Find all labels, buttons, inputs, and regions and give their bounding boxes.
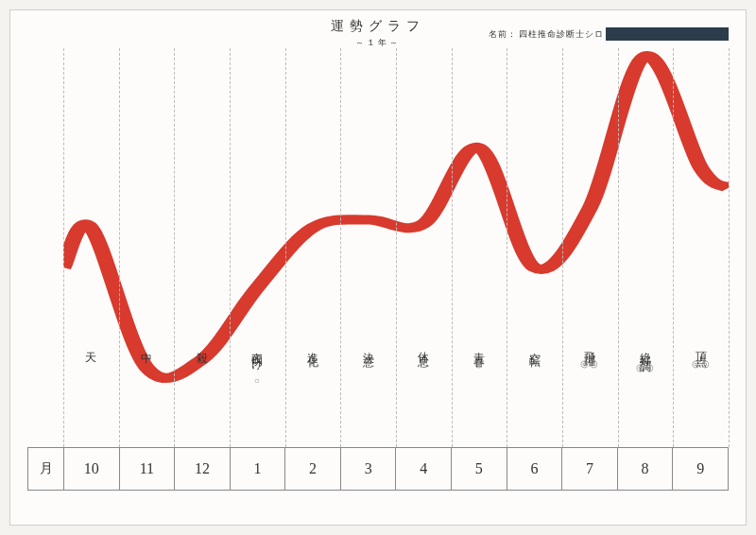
month-cell: 3 [341, 448, 397, 490]
redacted-bar [606, 27, 729, 41]
month-cell: 11 [120, 448, 176, 490]
fortune-labels-row: 天中殺夜明け○進化○決意○休息×青春◎空転××飛躍◎◎絶好調◎◎頂点◎◎ [63, 341, 729, 400]
fortune-kanji: 決意 [363, 343, 374, 351]
fortune-label-cell: 天 [63, 341, 119, 400]
fortune-mark: ○ [365, 358, 371, 369]
row-head-month: 月 [28, 448, 64, 490]
grid-line [729, 48, 730, 447]
month-table: 月 101112123456789 [27, 447, 729, 491]
fortune-kanji: 休息 [418, 343, 429, 351]
fortune-kanji: 夜明け [251, 343, 263, 368]
fortune-mark: × [421, 358, 427, 369]
chart-frame: 運勢グラフ ～１年～ 名前： 四柱推命診断士シロ 天中殺夜明け○進化○決意○休息… [9, 9, 747, 526]
month-cell: 5 [452, 448, 507, 490]
fortune-mark: ○ [310, 358, 317, 369]
fortune-kanji: 進化 [307, 343, 318, 351]
month-cell: 10 [64, 448, 120, 490]
month-cell: 9 [673, 448, 728, 490]
month-cells: 101112123456789 [64, 448, 728, 490]
month-cell: 4 [396, 448, 452, 490]
fortune-label-cell: 飛躍◎◎ [562, 341, 618, 400]
fortune-label-cell: 頂点◎◎ [673, 341, 729, 400]
fortune-mark: ◎◎ [692, 358, 711, 369]
month-cell: 2 [285, 448, 341, 490]
fortune-label-cell: 休息× [396, 341, 452, 400]
fortune-mark: ◎◎ [580, 358, 599, 369]
fortune-kanji: 青春 [473, 343, 485, 351]
fortune-mark: ◎ [474, 358, 484, 369]
name-block: 名前： 四柱推命診断士シロ [489, 27, 729, 41]
fortune-mark: ◎◎ [636, 362, 655, 372]
fortune-label-cell: 進化○ [285, 341, 341, 400]
month-cell: 8 [618, 448, 674, 490]
fortune-label-cell: 絶好調◎◎ [618, 341, 674, 400]
fortune-label-cell: 中 [119, 341, 175, 400]
month-cell: 7 [562, 448, 618, 490]
fortune-label-cell: 決意○ [340, 341, 396, 400]
fortune-kanji: 絶好調 [640, 343, 651, 354]
fortune-kanji: 頂点 [696, 343, 707, 351]
fortune-mark: ×× [528, 358, 541, 369]
fortune-label-cell: 殺 [174, 341, 230, 400]
title-block: 運勢グラフ ～１年～ [331, 18, 425, 49]
fortune-kanji: 飛躍 [584, 343, 595, 351]
fortune-label-cell: 空転×× [507, 341, 562, 400]
month-cell: 6 [507, 448, 563, 490]
fortune-mark: ○ [254, 375, 261, 386]
chart-title: 運勢グラフ [331, 18, 425, 35]
fortune-label-cell: 青春◎ [452, 341, 507, 400]
name-label: 名前： [489, 28, 517, 41]
fortune-label-cell: 夜明け○ [230, 341, 285, 400]
month-cell: 12 [175, 448, 231, 490]
month-cell: 1 [231, 448, 286, 490]
fortune-kanji: 空転 [529, 343, 541, 351]
name-value: 四柱推命診断士シロ [519, 28, 604, 41]
